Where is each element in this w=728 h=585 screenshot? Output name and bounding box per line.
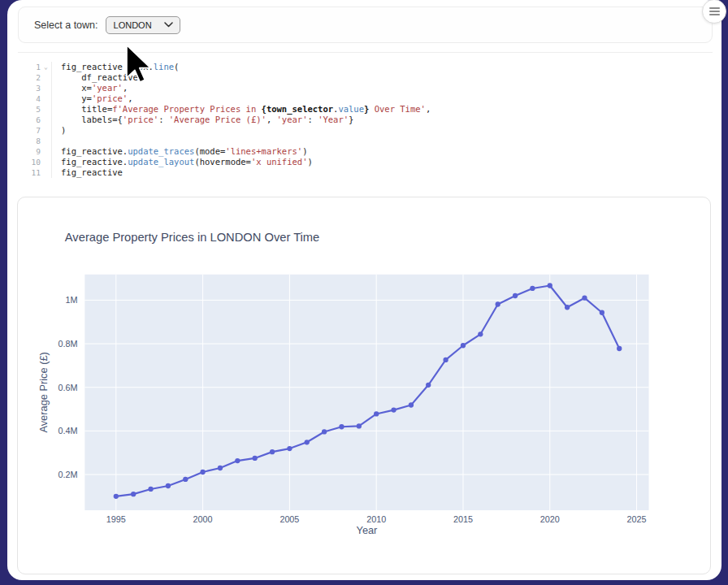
code-line[interactable]: 7) xyxy=(18,125,711,136)
data-point[interactable] xyxy=(183,477,188,482)
data-point[interactable] xyxy=(218,466,223,470)
data-point[interactable] xyxy=(530,286,535,291)
fold-spacer xyxy=(41,167,51,178)
fold-spacer xyxy=(41,83,51,93)
data-point[interactable] xyxy=(409,402,414,407)
fold-spacer xyxy=(41,104,51,115)
data-point[interactable] xyxy=(166,483,171,488)
data-point[interactable] xyxy=(374,411,379,416)
x-tick-label: 2025 xyxy=(627,514,647,524)
data-point[interactable] xyxy=(391,407,396,412)
code-text: y='price', xyxy=(51,93,133,104)
town-selector-panel: Select a town: LONDON xyxy=(18,6,713,43)
hamburger-icon xyxy=(709,7,720,15)
data-point[interactable] xyxy=(235,458,240,463)
code-text: fig_reactive xyxy=(51,167,123,178)
y-tick-label: 1M xyxy=(66,295,78,305)
fold-spacer xyxy=(41,125,51,136)
town-selector-value: LONDON xyxy=(114,20,152,30)
fold-spacer xyxy=(41,146,51,157)
line-number: 5 xyxy=(18,104,41,115)
x-tick-label: 2015 xyxy=(453,514,473,524)
y-tick-label: 0.6M xyxy=(58,383,78,392)
code-text: x='year', xyxy=(51,83,128,93)
y-tick-label: 0.4M xyxy=(58,426,78,436)
data-point[interactable] xyxy=(617,346,622,351)
line-number: 3 xyxy=(18,83,41,93)
chart-output-card: 19952000200520102015202020250.2M0.4M0.6M… xyxy=(17,197,711,574)
line-number: 6 xyxy=(18,115,41,125)
chart-title: Average Property Prices in LONDON Over T… xyxy=(65,231,319,244)
code-line[interactable]: 9fig_reactive.update_traces(mode='lines+… xyxy=(18,146,711,157)
code-text xyxy=(51,136,61,146)
town-selector-dropdown[interactable]: LONDON xyxy=(106,16,180,34)
data-point[interactable] xyxy=(461,343,466,348)
fold-spacer xyxy=(41,115,51,125)
line-number: 7 xyxy=(18,125,41,136)
line-number: 1 xyxy=(18,62,41,72)
fold-arrow-icon[interactable]: ⌄ xyxy=(41,62,51,72)
y-tick-label: 0.2M xyxy=(58,470,78,479)
code-line[interactable]: 8 xyxy=(18,136,711,146)
line-number: 9 xyxy=(18,146,41,157)
data-point[interactable] xyxy=(305,440,310,444)
fold-spacer xyxy=(41,72,51,83)
data-point[interactable] xyxy=(131,492,136,496)
code-line[interactable]: 4 y='price', xyxy=(18,93,711,104)
code-line[interactable]: 11fig_reactive xyxy=(18,167,711,178)
data-point[interactable] xyxy=(548,283,552,288)
fold-spacer xyxy=(41,157,51,167)
x-tick-label: 1995 xyxy=(106,514,126,524)
code-line[interactable]: 1⌄fig_reactive = px.line( xyxy=(18,62,711,72)
code-text: fig_reactive = px.line( xyxy=(51,62,179,72)
code-line[interactable]: 10fig_reactive.update_layout(hovermode='… xyxy=(18,157,711,167)
x-tick-label: 2000 xyxy=(193,514,213,524)
line-number: 4 xyxy=(18,93,41,104)
fold-spacer xyxy=(41,93,51,104)
code-text: title=f'Average Property Prices in {town… xyxy=(51,104,431,115)
code-text: df_reactive, xyxy=(51,72,143,83)
data-point[interactable] xyxy=(513,293,518,298)
menu-button[interactable] xyxy=(702,0,726,24)
code-editor[interactable]: 1⌄fig_reactive = px.line(2 df_reactive,3… xyxy=(18,62,711,178)
data-point[interactable] xyxy=(114,494,119,499)
y-tick-label: 0.8M xyxy=(58,339,78,349)
x-tick-label: 2010 xyxy=(366,514,386,524)
data-point[interactable] xyxy=(496,301,500,306)
town-selector-label: Select a town: xyxy=(34,20,98,31)
chevron-down-icon xyxy=(164,22,173,28)
code-text: labels={'price': 'Average Price (£)', 'y… xyxy=(51,115,353,125)
y-axis-title: Average Price (£) xyxy=(37,352,50,432)
notebook-app: Select a town: LONDON 1⌄fig_reactive = p… xyxy=(7,0,722,580)
code-line[interactable]: 2 df_reactive, xyxy=(18,72,711,83)
cell-divider xyxy=(18,52,713,53)
data-point[interactable] xyxy=(270,449,275,454)
code-line[interactable]: 6 labels={'price': 'Average Price (£)', … xyxy=(18,115,711,125)
code-line[interactable]: 5 title=f'Average Property Prices in {to… xyxy=(18,104,711,115)
code-text: fig_reactive.update_layout(hovermode='x … xyxy=(51,157,313,167)
data-point[interactable] xyxy=(287,446,292,451)
data-point[interactable] xyxy=(582,296,587,301)
code-text: ) xyxy=(51,125,66,136)
data-point[interactable] xyxy=(322,429,327,434)
data-point[interactable] xyxy=(148,487,153,492)
price-chart: 19952000200520102015202020250.2M0.4M0.6M… xyxy=(18,197,710,574)
data-point[interactable] xyxy=(565,305,570,310)
x-tick-label: 2020 xyxy=(540,514,560,524)
line-number: 2 xyxy=(18,72,41,83)
line-number: 10 xyxy=(18,157,41,167)
data-point[interactable] xyxy=(426,383,431,388)
data-point[interactable] xyxy=(478,332,483,336)
data-point[interactable] xyxy=(443,358,448,362)
line-number: 11 xyxy=(18,167,41,178)
code-line[interactable]: 3 x='year', xyxy=(18,83,711,93)
code-text: fig_reactive.update_traces(mode='lines+m… xyxy=(51,146,307,157)
data-point[interactable] xyxy=(600,310,604,315)
line-number: 8 xyxy=(18,136,41,146)
data-point[interactable] xyxy=(339,424,344,429)
data-point[interactable] xyxy=(200,470,205,474)
data-point[interactable] xyxy=(253,456,258,461)
x-axis-title: Year xyxy=(357,524,378,536)
fold-spacer xyxy=(41,136,51,146)
data-point[interactable] xyxy=(357,423,362,428)
